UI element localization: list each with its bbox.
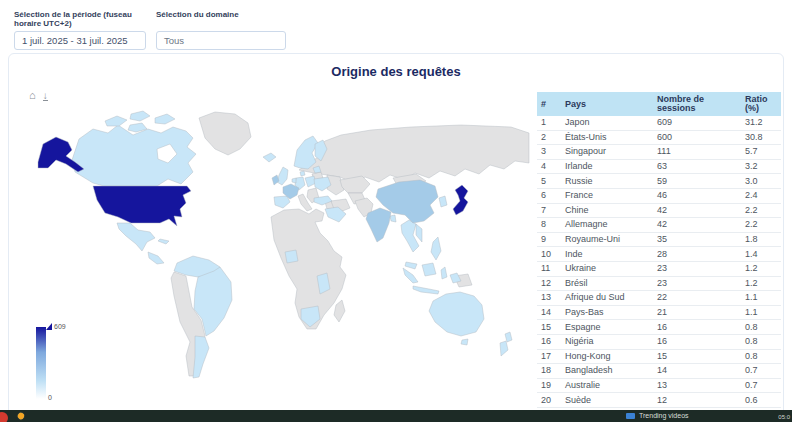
map-region-japan[interactable] [453, 185, 468, 215]
table-cell: 14 [653, 364, 741, 379]
map-region-madagascar[interactable] [334, 300, 345, 322]
map-region-uk[interactable] [277, 167, 288, 185]
table-row: 18Bangladesh140.7 [537, 364, 781, 379]
table-cell: 4 [537, 159, 561, 174]
map-region-vietnam [416, 224, 422, 242]
table-cell: 12 [537, 276, 561, 291]
table-row: 6France462.4 [537, 188, 781, 203]
table-header-row: #PaysNombre de sessionsRatio (%) [537, 92, 781, 116]
table-cell: 13 [537, 291, 561, 306]
map-region-central-america [148, 252, 164, 264]
map-region-india[interactable] [366, 208, 391, 242]
map-region-nigeria[interactable] [285, 250, 298, 263]
table-cell: 8 [537, 218, 561, 233]
page-title: Origine des requêtes [9, 64, 783, 79]
table-row: 2États-Unis60030.8 [537, 130, 781, 145]
table-cell: 15 [537, 320, 561, 335]
map-region-argentina[interactable] [193, 336, 209, 378]
table-cell: 21 [653, 305, 741, 320]
map-region-usa[interactable] [93, 186, 191, 226]
table-cell: Bangladesh [561, 364, 653, 379]
world-map-pane: ⌂ ↓ [9, 83, 537, 413]
trending-videos-item[interactable]: Trending videos [626, 412, 689, 420]
trending-icon [626, 413, 635, 419]
table-cell: Espagne [561, 320, 653, 335]
map-region-tasmania [461, 339, 468, 345]
trending-label: Trending videos [639, 412, 689, 420]
map-region-arctic-2 [130, 111, 150, 121]
domain-input[interactable]: Tous [156, 31, 286, 50]
home-icon[interactable]: ⌂ [29, 90, 36, 101]
map-region-ireland[interactable] [272, 175, 279, 185]
red-circle-icon[interactable] [0, 412, 8, 422]
table-cell: 46 [653, 188, 741, 203]
table-cell: France [561, 188, 653, 203]
table-cell: Singapour [561, 145, 653, 160]
taskbar: Trending videos 05:0 [0, 410, 792, 422]
table-cell: 9 [537, 232, 561, 247]
map-region-java [413, 286, 439, 294]
table-cell: 18 [537, 364, 561, 379]
map-region-arctic-3 [155, 114, 175, 124]
legend-gradient-bar [36, 327, 46, 399]
map-region-borneo [422, 263, 436, 276]
period-input[interactable]: 1 juil. 2025 - 31 juil. 2025 [14, 31, 146, 50]
table-cell: Ukraine [561, 261, 653, 276]
table-row: 1Japon60931.2 [537, 116, 781, 130]
download-icon[interactable]: ↓ [43, 90, 48, 101]
table-cell: 1.8 [741, 232, 781, 247]
table-cell: 3 [537, 145, 561, 160]
table-cell: 1.1 [741, 305, 781, 320]
map-region-sumatra [403, 268, 418, 283]
table-cell: 23 [653, 276, 741, 291]
table-cell: Suède [561, 393, 653, 408]
map-region-iceland [263, 153, 276, 162]
map-region-arctic-1 [105, 116, 127, 126]
country-table-pane: #PaysNombre de sessionsRatio (%) 1Japon6… [537, 83, 781, 422]
map-region-australia[interactable] [429, 292, 484, 336]
legend-min-label: 0 [48, 394, 52, 401]
map-region-benelux[interactable] [292, 178, 296, 183]
domain-filter-label: Sélection du domaine [156, 10, 239, 28]
table-row: 8Allemagne422.2 [537, 218, 781, 233]
table-cell: Japon [561, 116, 653, 130]
table-row: 5Russie593.0 [537, 174, 781, 189]
table-cell: 35 [653, 232, 741, 247]
table-row: 19Australie130.7 [537, 378, 781, 393]
table-cell: 1.2 [741, 276, 781, 291]
map-region-iberia[interactable] [274, 196, 290, 208]
map-region-malaysia[interactable] [405, 262, 417, 269]
table-cell: 22 [653, 291, 741, 306]
table-cell: Chine [561, 203, 653, 218]
flame-icon[interactable] [17, 412, 25, 420]
table-cell: 0.7 [741, 378, 781, 393]
table-cell: 600 [653, 130, 741, 145]
table-cell: 1.1 [741, 291, 781, 306]
map-region-canada[interactable] [72, 125, 196, 186]
column-header: Nombre de sessions [653, 92, 741, 116]
table-cell: Russie [561, 174, 653, 189]
map-region-nz-south [500, 341, 508, 356]
table-cell: 23 [653, 261, 741, 276]
table-cell: 0.7 [741, 364, 781, 379]
table-cell: 19 [537, 378, 561, 393]
map-region-greenland[interactable] [199, 112, 251, 155]
map-region-philippines[interactable] [431, 237, 441, 260]
table-cell: 0.8 [741, 334, 781, 349]
map-region-bangladesh[interactable] [390, 215, 396, 222]
country-sessions-table: #PaysNombre de sessionsRatio (%) 1Japon6… [537, 92, 781, 408]
table-cell: 11 [537, 261, 561, 276]
table-cell: 0.8 [741, 349, 781, 364]
table-cell: Allemagne [561, 218, 653, 233]
table-row: 9Royaume-Uni351.8 [537, 232, 781, 247]
table-cell: Brésil [561, 276, 653, 291]
table-row: 7Chine422.2 [537, 203, 781, 218]
table-cell: Pays-Bas [561, 305, 653, 320]
column-header: Ratio (%) [741, 92, 781, 116]
table-cell: 31.2 [741, 116, 781, 130]
table-cell: 42 [653, 218, 741, 233]
filter-bar: Sélection de la période (fuseau horaire … [14, 10, 286, 50]
table-row: 12Brésil231.2 [537, 276, 781, 291]
map-region-mexico[interactable] [117, 223, 155, 251]
taskbar-time: 05:0 [778, 414, 790, 420]
